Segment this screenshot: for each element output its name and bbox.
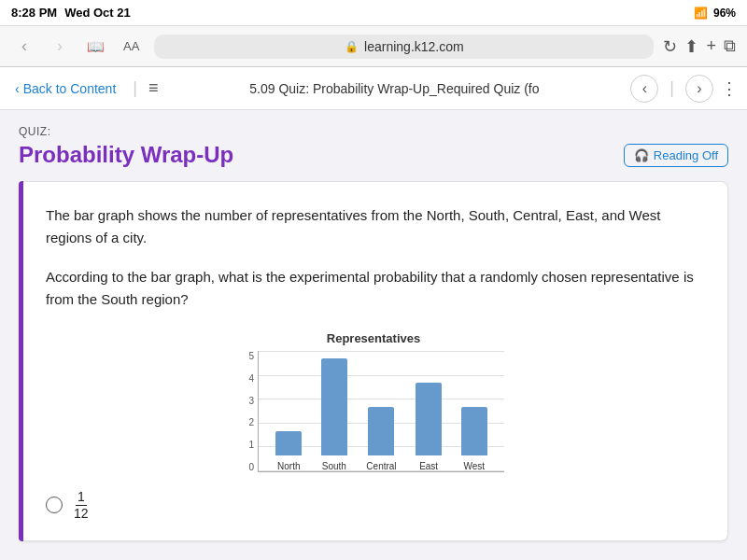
fraction-1-12: 1 12 <box>72 489 91 522</box>
y-label-5: 5 <box>243 351 254 361</box>
fraction-denominator: 12 <box>72 506 91 522</box>
toolbar-actions: ↻ ⬆ + ⧉ <box>663 36 736 57</box>
bar-central-fill <box>368 407 394 455</box>
bar-east-label: East <box>419 461 438 471</box>
status-bar: 8:28 PM Wed Oct 21 📶 96% <box>0 0 747 26</box>
browser-forward-button[interactable]: › <box>47 34 73 60</box>
bar-central: Central <box>366 407 396 471</box>
reload-button[interactable]: ↻ <box>663 36 677 57</box>
reading-label: Reading Off <box>654 148 718 162</box>
bar-west-label: West <box>463 461 485 471</box>
bar-west: West <box>461 407 487 471</box>
question-text-2: According to the bar graph, what is the … <box>46 266 701 311</box>
quiz-heading-row: Probability Wrap-Up 🎧 Reading Off <box>19 142 728 168</box>
tabs-button[interactable]: ⧉ <box>724 36 736 56</box>
quiz-title: 5.09 Quiz: Probability Wrap-Up_Required … <box>166 81 624 96</box>
quiz-label: QUIZ: <box>19 125 728 138</box>
question-text-1: The bar graph shows the number of repres… <box>46 204 701 249</box>
quiz-heading: Probability Wrap-Up <box>19 142 233 168</box>
more-options-button[interactable]: ⋮ <box>721 78 738 99</box>
chart-title: Representatives <box>243 331 504 345</box>
bar-chart: Representatives 0 1 2 3 4 5 <box>243 331 504 472</box>
y-label-4: 4 <box>243 373 254 384</box>
y-label-3: 3 <box>243 396 254 406</box>
chevron-right-nav-icon: › <box>697 80 701 97</box>
question-card: The bar graph shows the number of repres… <box>19 181 728 541</box>
reader-view-icon: 📖 <box>87 38 105 55</box>
bar-north: North <box>275 431 302 471</box>
back-label: Back to Content <box>23 81 117 96</box>
status-right: 📶 96% <box>694 7 736 20</box>
answer-option-1: 1 12 <box>46 489 701 522</box>
y-label-1: 1 <box>243 440 254 450</box>
wifi-icon: 📶 <box>694 7 708 20</box>
chevron-left-icon: ‹ <box>15 81 20 96</box>
chevron-left-nav-icon: ‹ <box>642 80 647 97</box>
lock-icon: 🔒 <box>345 40 359 53</box>
nav-separator: | <box>669 78 674 98</box>
headphones-icon: 🎧 <box>634 148 649 162</box>
menu-button[interactable]: ≡ <box>148 78 159 98</box>
address-bar[interactable]: 🔒 learning.k12.com <box>154 35 654 59</box>
bar-south-fill <box>321 358 347 455</box>
reading-toggle-button[interactable]: 🎧 Reading Off <box>624 144 728 167</box>
bar-north-label: North <box>277 461 300 471</box>
bars: North South Central <box>259 351 504 471</box>
reader-view-button[interactable]: 📖 <box>82 34 108 60</box>
aa-button[interactable]: AA <box>118 37 145 55</box>
fraction-numerator: 1 <box>76 489 87 506</box>
bar-east: East <box>416 383 442 471</box>
url-text: learning.k12.com <box>364 39 464 54</box>
status-left: 8:28 PM Wed Oct 21 <box>11 6 131 20</box>
question-card-wrapper: The bar graph shows the number of repres… <box>19 181 728 541</box>
bars-area: North South Central <box>258 351 504 472</box>
previous-question-button[interactable]: ‹ <box>630 75 658 103</box>
bar-west-fill <box>461 407 487 455</box>
bar-central-label: Central <box>366 461 396 471</box>
browser-toolbar: ‹ › 📖 AA 🔒 learning.k12.com ↻ ⬆ + ⧉ <box>0 26 747 67</box>
next-question-button[interactable]: › <box>685 75 713 103</box>
back-to-content-button[interactable]: ‹ Back to Content <box>9 77 121 100</box>
share-button[interactable]: ⬆ <box>684 36 698 57</box>
y-label-0: 0 <box>243 462 254 472</box>
separator: | <box>133 78 137 98</box>
battery: 96% <box>713 7 736 20</box>
y-axis: 0 1 2 3 4 5 <box>243 351 258 472</box>
bar-south-label: South <box>322 461 346 471</box>
radio-button-1[interactable] <box>46 497 63 513</box>
purple-accent-bar <box>19 181 23 541</box>
bar-south: South <box>321 358 347 471</box>
bar-north-fill <box>275 431 302 455</box>
time: 8:28 PM <box>11 6 57 20</box>
y-label-2: 2 <box>243 417 254 427</box>
chart-area: 0 1 2 3 4 5 <box>243 351 504 472</box>
date: Wed Oct 21 <box>64 6 131 20</box>
browser-back-button[interactable]: ‹ <box>11 34 37 60</box>
add-tab-button[interactable]: + <box>706 36 716 56</box>
bar-east-fill <box>416 383 442 455</box>
main-content: QUIZ: Probability Wrap-Up 🎧 Reading Off … <box>0 110 747 560</box>
quiz-nav-bar: ‹ Back to Content | ≡ 5.09 Quiz: Probabi… <box>0 67 747 110</box>
